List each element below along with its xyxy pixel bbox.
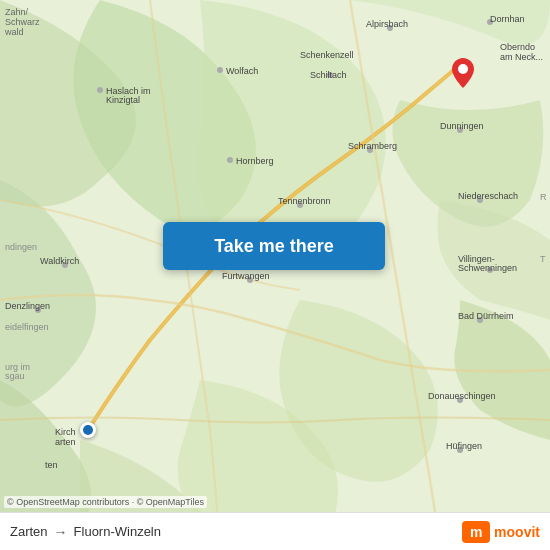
svg-text:Kinzigtal: Kinzigtal <box>106 95 140 105</box>
svg-point-18 <box>227 157 233 163</box>
map-attribution: © OpenStreetMap contributors · © OpenMap… <box>4 496 207 508</box>
svg-text:R: R <box>540 192 547 202</box>
svg-text:wald: wald <box>4 27 24 37</box>
svg-text:Bad Dürrheim: Bad Dürrheim <box>458 311 514 321</box>
svg-text:eidelfingen: eidelfingen <box>5 322 49 332</box>
svg-text:T: T <box>540 254 546 264</box>
map-container: Haslach im Kinzigtal Wolfach Schenkenzel… <box>0 0 550 550</box>
svg-text:Denzlingen: Denzlingen <box>5 301 50 311</box>
svg-point-4 <box>217 67 223 73</box>
svg-text:Dunningen: Dunningen <box>440 121 484 131</box>
origin-marker <box>80 422 96 438</box>
svg-text:Tennenbronn: Tennenbronn <box>278 196 331 206</box>
svg-point-1 <box>97 87 103 93</box>
svg-text:arten: arten <box>55 437 76 447</box>
destination-marker <box>452 58 474 92</box>
svg-text:Oberndo: Oberndo <box>500 42 535 52</box>
moovit-logo: m moovit <box>462 521 540 543</box>
svg-text:Schramberg: Schramberg <box>348 141 397 151</box>
moovit-text: moovit <box>494 524 540 540</box>
route-arrow-icon: → <box>54 524 68 540</box>
svg-text:Zahn/: Zahn/ <box>5 7 29 17</box>
svg-text:ten: ten <box>45 460 58 470</box>
svg-text:Wolfach: Wolfach <box>226 66 258 76</box>
svg-text:Kirch: Kirch <box>55 427 76 437</box>
moovit-icon: m <box>462 521 490 543</box>
svg-text:Hüfingen: Hüfingen <box>446 441 482 451</box>
svg-text:Schwarz: Schwarz <box>5 17 40 27</box>
svg-text:sgau: sgau <box>5 371 25 381</box>
svg-text:Donaueschingen: Donaueschingen <box>428 391 496 401</box>
svg-text:Dornhan: Dornhan <box>490 14 525 24</box>
bottom-bar: Zarten → Fluorn-Winzeln m moovit <box>0 512 550 550</box>
svg-text:ndingen: ndingen <box>5 242 37 252</box>
svg-text:Waldkirch: Waldkirch <box>40 256 79 266</box>
origin-label: Zarten <box>10 524 48 539</box>
route-info: Zarten → Fluorn-Winzeln <box>10 524 161 540</box>
svg-text:Furtwangen: Furtwangen <box>222 271 270 281</box>
svg-text:Alpirsbach: Alpirsbach <box>366 19 408 29</box>
destination-label: Fluorn-Winzeln <box>74 524 161 539</box>
svg-point-52 <box>458 64 468 74</box>
svg-text:Schenkenzell: Schenkenzell <box>300 50 354 60</box>
svg-text:Schiltach: Schiltach <box>310 70 347 80</box>
svg-text:Niedereschach: Niedereschach <box>458 191 518 201</box>
svg-text:Schwenningen: Schwenningen <box>458 263 517 273</box>
svg-text:am Neck...: am Neck... <box>500 52 543 62</box>
svg-text:Hornberg: Hornberg <box>236 156 274 166</box>
take-me-there-button[interactable]: Take me there <box>163 222 385 270</box>
